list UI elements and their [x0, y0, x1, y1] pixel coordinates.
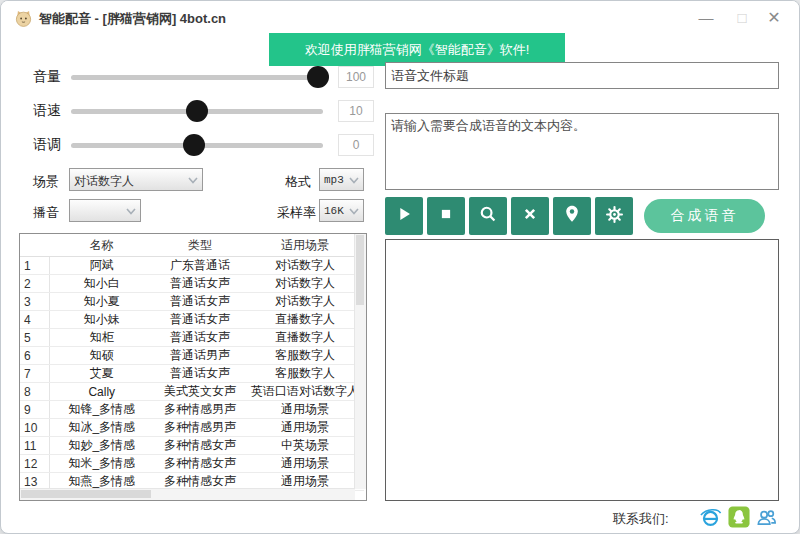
row-index-cell: 3 [20, 293, 49, 311]
vertical-scrollbar-thumb[interactable] [356, 235, 364, 305]
map-pin-icon [561, 203, 583, 229]
voice-scene-cell: 英语口语对话数字人 [246, 383, 364, 401]
stop-icon [435, 203, 457, 229]
voice-scene-cell: 客服数字人 [246, 347, 364, 365]
table-row[interactable]: 10知冰_多情感多种情感男声通用场景 [20, 419, 364, 437]
locate-button[interactable] [553, 197, 591, 235]
table-row[interactable]: 5知柜普通话女声直播数字人 [20, 329, 364, 347]
voice-type-cell: 多种情感男声 [154, 419, 246, 437]
chevron-down-icon [126, 208, 136, 215]
table-row[interactable]: 12知米_多情感多种情感女声通用场景 [20, 455, 364, 473]
play-icon [393, 203, 415, 229]
cat-app-icon [14, 9, 33, 28]
voice-name-cell: Cally [49, 383, 154, 401]
slider-thumb-pitch[interactable] [183, 134, 205, 156]
format-selected-value: mp3 [324, 174, 344, 186]
voice-name-cell: 知妙_多情感 [49, 437, 154, 455]
row-index-cell: 2 [20, 275, 49, 293]
horizontal-scrollbar[interactable] [20, 488, 355, 500]
format-select[interactable]: mp3 [319, 168, 364, 191]
row-index-cell: 11 [20, 437, 49, 455]
slider-track-volume[interactable] [71, 75, 323, 80]
table-row[interactable]: 9知锋_多情感多种情感男声通用场景 [20, 401, 364, 419]
column-header-3: 适用场景 [246, 234, 364, 257]
table-row[interactable]: 11知妙_多情感多种情感女声中英场景 [20, 437, 364, 455]
stop-button[interactable] [427, 197, 465, 235]
slider-label-volume: 音量 [33, 68, 61, 86]
voice-type-cell: 普通话女声 [154, 329, 246, 347]
table-row[interactable]: 6知硕普通话男声客服数字人 [20, 347, 364, 365]
chevron-down-icon [188, 177, 198, 184]
vertical-scrollbar[interactable] [354, 234, 366, 489]
samplerate-label: 采样率 [277, 204, 316, 222]
voice-scene-cell: 直播数字人 [246, 329, 364, 347]
slider-track-speed[interactable] [71, 109, 323, 114]
voice-label: 播音 [33, 204, 59, 222]
table-row[interactable]: 4知小妹普通话女声直播数字人 [20, 311, 364, 329]
slider-track-pitch[interactable] [71, 143, 323, 148]
table-row[interactable]: 8Cally美式英文女声英语口语对话数字人 [20, 383, 364, 401]
voice-name-cell: 知小夏 [49, 293, 154, 311]
table-row[interactable]: 7艾夏普通话女声客服数字人 [20, 365, 364, 383]
samplerate-select[interactable]: 16K [319, 199, 364, 222]
voice-select[interactable] [69, 199, 141, 222]
voice-type-cell: 普通话男声 [154, 347, 246, 365]
voice-table-header: 名称类型适用场景 [20, 234, 364, 257]
voice-name-cell: 知柜 [49, 329, 154, 347]
column-header-1: 名称 [49, 234, 154, 257]
synthesize-button[interactable]: 合成语音 [644, 199, 765, 233]
voice-name-cell: 艾夏 [49, 365, 154, 383]
slider-thumb-speed[interactable] [186, 100, 208, 122]
voice-name-cell: 知冰_多情感 [49, 419, 154, 437]
slider-label-pitch: 语调 [33, 136, 61, 154]
slider-thumb-volume[interactable] [307, 66, 329, 88]
horizontal-scrollbar-thumb[interactable] [21, 490, 151, 498]
voice-type-cell: 多种情感男声 [154, 401, 246, 419]
voice-type-cell: 普通话女声 [154, 365, 246, 383]
slider-value-speed: 10 [338, 100, 374, 122]
gear-icon [604, 204, 625, 229]
voice-type-cell: 广东普通话 [154, 257, 246, 275]
row-number-header [20, 234, 49, 257]
play-button[interactable] [385, 197, 423, 235]
voice-type-cell: 普通话女声 [154, 311, 246, 329]
scene-selected-value: 对话数字人 [74, 173, 134, 190]
voice-scene-cell: 通用场景 [246, 455, 364, 473]
ie-browser-icon[interactable] [699, 506, 722, 529]
search-button[interactable] [469, 197, 507, 235]
voice-scene-cell: 直播数字人 [246, 311, 364, 329]
maximize-button[interactable]: □ [725, 3, 759, 33]
qq-group-icon[interactable] [755, 506, 778, 529]
qq-icon[interactable] [728, 506, 751, 529]
slider-value-pitch: 0 [338, 134, 374, 156]
row-index-cell: 9 [20, 401, 49, 419]
titlebar: 智能配音 - [胖猫营销网] 4bot.cn — □ ✕ [1, 1, 799, 35]
search-icon [477, 203, 499, 229]
row-index-cell: 6 [20, 347, 49, 365]
voice-type-cell: 美式英文女声 [154, 383, 246, 401]
chevron-down-icon [349, 177, 359, 184]
row-index-cell: 12 [20, 455, 49, 473]
voice-name-cell: 知硕 [49, 347, 154, 365]
column-header-2: 类型 [154, 234, 246, 257]
table-row[interactable]: 2知小白普通话女声对话数字人 [20, 275, 364, 293]
close-button[interactable]: ✕ [757, 3, 791, 33]
row-index-cell: 5 [20, 329, 49, 347]
voice-scene-cell: 对话数字人 [246, 293, 364, 311]
row-index-cell: 10 [20, 419, 49, 437]
output-box [385, 239, 779, 501]
samplerate-selected-value: 16K [324, 205, 344, 217]
minimize-button[interactable]: — [689, 3, 723, 33]
table-row[interactable]: 1阿斌广东普通话对话数字人 [20, 257, 364, 275]
window-title: 智能配音 - [胖猫营销网] 4bot.cn [39, 10, 226, 28]
voice-name-cell: 知米_多情感 [49, 455, 154, 473]
file-title-input[interactable] [385, 62, 779, 89]
voice-name-cell: 知小白 [49, 275, 154, 293]
row-index-cell: 7 [20, 365, 49, 383]
tts-text-input[interactable] [385, 113, 779, 190]
clear-button[interactable] [511, 197, 549, 235]
table-row[interactable]: 3知小夏普通话女声对话数字人 [20, 293, 364, 311]
voice-scene-cell: 通用场景 [246, 419, 364, 437]
settings-button[interactable] [595, 197, 633, 235]
scene-select[interactable]: 对话数字人 [69, 168, 203, 191]
